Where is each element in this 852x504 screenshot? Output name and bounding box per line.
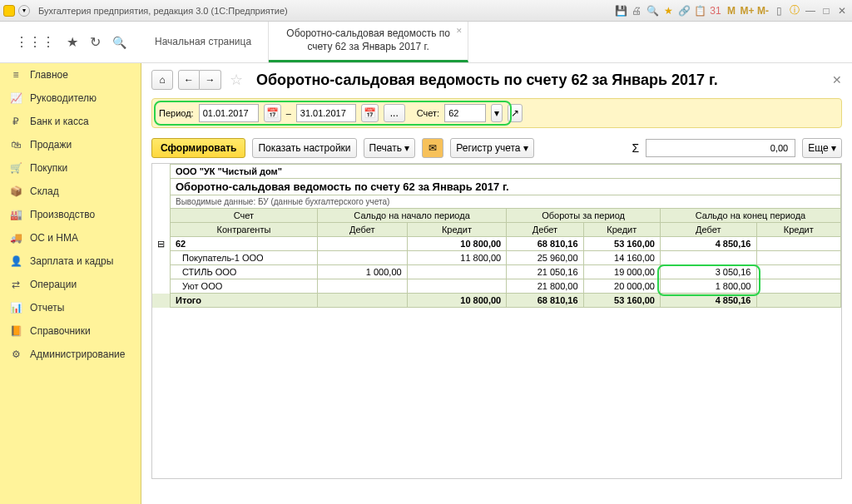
col-turnover: Обороты за период: [507, 209, 661, 223]
close-icon[interactable]: ✕: [835, 4, 849, 17]
collapse-handle[interactable]: ⊟: [152, 237, 171, 251]
maximize-icon[interactable]: □: [820, 4, 833, 17]
history-icon[interactable]: ↻: [90, 34, 101, 50]
register-button[interactable]: Регистр учета ▾: [450, 138, 534, 158]
sidebar-item-8[interactable]: 👤Зарплата и кадры: [0, 250, 141, 273]
email-button[interactable]: ✉: [422, 138, 443, 158]
report-title: Оборотно-сальдовая ведомость по счету 62…: [171, 179, 841, 195]
sidebar-item-1[interactable]: 📈Руководителю: [0, 86, 141, 110]
more-button[interactable]: Еще ▾: [802, 138, 842, 158]
tab-report[interactable]: Оборотно-сальдовая ведомость по счету 62…: [269, 22, 468, 62]
action-bar: Сформировать Показать настройки Печать ▾…: [151, 138, 842, 158]
sidebar-item-4[interactable]: 🛒Покупки: [0, 156, 141, 180]
page-close-button[interactable]: ✕: [832, 73, 842, 86]
sidebar-icon: 🛒: [10, 162, 22, 174]
link-icon[interactable]: 🔗: [677, 4, 691, 17]
sidebar-item-10[interactable]: 📊Отчеты: [0, 296, 141, 319]
sidebar-item-3[interactable]: 🛍Продажи: [0, 133, 141, 156]
home-button[interactable]: ⌂: [151, 70, 173, 90]
sidebar-icon: ₽: [10, 116, 22, 127]
sidebar-item-label: ОС и НМА: [30, 232, 78, 244]
table-row[interactable]: ⊟ 62 10 800,00 68 810,16 53 160,00 4 850…: [152, 237, 841, 251]
m-icon[interactable]: M: [725, 4, 738, 17]
print-icon[interactable]: 🖨: [630, 4, 643, 17]
sidebar-item-label: Банк и касса: [30, 116, 89, 127]
sidebar-icon: 👤: [10, 255, 22, 267]
back-button[interactable]: ←: [178, 70, 200, 90]
sidebar-item-7[interactable]: 🚚ОС и НМА: [0, 226, 141, 250]
sidebar-item-9[interactable]: ⇄Операции: [0, 273, 141, 296]
sidebar-item-label: Главное: [30, 69, 68, 81]
sidebar-item-label: Отчеты: [30, 302, 64, 314]
tab-start-page[interactable]: Начальная страница: [138, 22, 269, 62]
sidebar-item-label: Администрирование: [30, 348, 125, 360]
col-snc: Кредит: [407, 223, 507, 237]
apps-icon[interactable]: ⋮⋮⋮: [15, 34, 55, 50]
col-sec: Кредит: [756, 223, 841, 237]
period-label: Период:: [159, 108, 194, 118]
sidebar-icon: 🏭: [10, 209, 22, 220]
report-area[interactable]: ООО "УК "Чистый дом"Оборотно-сальдовая в…: [151, 163, 842, 479]
print-button[interactable]: Печать ▾: [364, 138, 416, 158]
m-minus-icon[interactable]: M-: [756, 4, 770, 17]
dropdown-icon[interactable]: ▾: [18, 5, 30, 17]
show-settings-button[interactable]: Показать настройки: [252, 138, 356, 158]
clipboard-icon[interactable]: 📋: [693, 4, 706, 17]
account-open-icon[interactable]: ↗: [508, 104, 523, 122]
col-od: Дебет: [507, 223, 583, 237]
sidebar-icon: 🚚: [10, 232, 22, 244]
table-row[interactable]: Покупатель-1 ООО 11 800,00 25 960,00 14 …: [152, 251, 841, 265]
table-row[interactable]: СТИЛЬ ООО 1 000,00 21 050,16 19 000,00 3…: [152, 265, 841, 279]
star-icon[interactable]: ★: [661, 4, 675, 17]
nav-sidebar: ≡Главное📈Руководителю₽Банк и касса🛍Прода…: [0, 63, 141, 504]
report-org: ООО "УК "Чистый дом": [171, 165, 841, 179]
col-counterparty: Контрагенты: [171, 223, 318, 237]
form-button[interactable]: Сформировать: [151, 138, 245, 158]
sidebar-item-label: Справочники: [30, 325, 91, 337]
m-plus-icon[interactable]: M+: [741, 4, 754, 17]
col-oc: Кредит: [583, 223, 660, 237]
save-icon[interactable]: 💾: [614, 4, 627, 17]
info-icon[interactable]: ⓘ: [788, 4, 801, 17]
sidebar-icon: 📦: [10, 185, 22, 197]
favorite-star-icon[interactable]: ☆: [230, 71, 243, 89]
sidebar-icon: ⇄: [10, 279, 22, 290]
app-logo-icon: [3, 5, 15, 17]
sidebar-item-11[interactable]: 📙Справочники: [0, 319, 141, 343]
collapse-handle[interactable]: [152, 251, 171, 265]
sidebar-item-5[interactable]: 📦Склад: [0, 180, 141, 203]
date-from-field[interactable]: [199, 104, 259, 122]
favorite-icon[interactable]: ★: [67, 34, 78, 50]
sidebar-item-12[interactable]: ⚙Администрирование: [0, 343, 141, 366]
calendar-icon[interactable]: 31: [709, 4, 722, 17]
sidebar-item-6[interactable]: 🏭Производство: [0, 203, 141, 226]
table-row[interactable]: Уют ООО 21 800,00 20 000,00 1 800,00: [152, 279, 841, 294]
collapse-handle[interactable]: [152, 265, 171, 279]
minimize-icon[interactable]: —: [804, 4, 817, 17]
period-select-button[interactable]: ...: [384, 104, 405, 122]
sum-field[interactable]: [646, 139, 795, 157]
account-dropdown-icon[interactable]: ▾: [491, 104, 503, 122]
date-from-picker-icon[interactable]: 📅: [264, 104, 281, 122]
sidebar-item-0[interactable]: ≡Главное: [0, 63, 141, 86]
search-icon[interactable]: 🔍: [646, 4, 659, 17]
panel-icon[interactable]: ▯: [772, 4, 785, 17]
sidebar-item-label: Склад: [30, 185, 59, 197]
date-to-picker-icon[interactable]: 📅: [361, 104, 379, 122]
sidebar-icon: 📙: [10, 325, 22, 337]
tab-close-icon[interactable]: ✕: [456, 27, 463, 37]
sidebar-item-2[interactable]: ₽Банк и касса: [0, 110, 141, 133]
col-account: Счет: [171, 209, 318, 223]
report-output-info: Выводимые данные: БУ (данные бухгалтерск…: [171, 195, 841, 209]
sidebar-icon: 📈: [10, 92, 22, 104]
date-to-field[interactable]: [296, 104, 356, 122]
sidebar-item-label: Руководителю: [30, 92, 97, 104]
table-total-row: Итого10 800,00 68 810,1653 160,00 4 850,…: [152, 294, 841, 308]
sidebar-icon: 🛍: [10, 139, 22, 151]
title-bar: ▾ Бухгалтерия предприятия, редакция 3.0 …: [0, 0, 852, 22]
collapse-handle[interactable]: [152, 279, 171, 294]
forward-button[interactable]: →: [200, 70, 221, 90]
find-icon[interactable]: 🔍: [112, 36, 126, 49]
account-field[interactable]: [444, 104, 486, 122]
sidebar-icon: ≡: [10, 69, 22, 81]
